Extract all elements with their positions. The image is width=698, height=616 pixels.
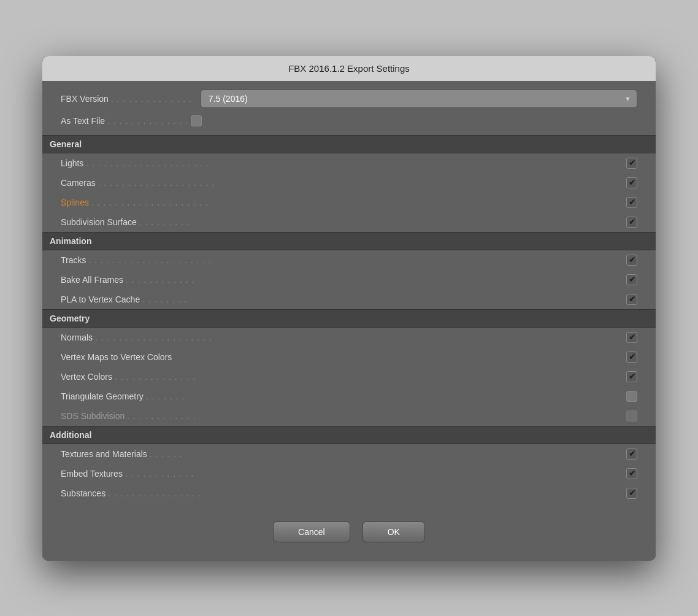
embed-textures-label: Embed Textures xyxy=(61,469,123,479)
vertex-maps-row: Vertex Maps to Vertex Colors xyxy=(42,347,656,367)
lights-checkbox[interactable] xyxy=(626,158,637,169)
lights-dots: . . . . . . . . . . . . . . . . . . . . … xyxy=(86,158,209,168)
subdivision-surface-row: Subdivision Surface . . . . . . . . . xyxy=(42,212,656,232)
pla-vertex-cache-label: PLA to Vertex Cache xyxy=(61,295,140,304)
substances-dots: . . . . . . . . . . . . . . . . xyxy=(108,488,201,498)
section-geometry: Geometry xyxy=(42,309,656,328)
fbx-version-select[interactable]: 7.5 (2016) 7.4 (2014/2015) 7.3 (2013) 7.… xyxy=(201,90,637,108)
vertex-maps-label: Vertex Maps to Vertex Colors xyxy=(61,352,172,362)
splines-dots: . . . . . . . . . . . . . . . . . . . . xyxy=(91,198,209,207)
cameras-checkbox[interactable] xyxy=(626,177,637,188)
textures-materials-label: Textures and Materials xyxy=(61,449,147,459)
subdivision-surface-checkbox[interactable] xyxy=(626,217,637,228)
substances-row: Substances . . . . . . . . . . . . . . .… xyxy=(42,483,656,503)
textures-materials-dots: . . . . . . xyxy=(150,449,183,459)
bake-all-frames-label: Bake All Frames xyxy=(61,275,123,285)
cameras-label: Cameras xyxy=(61,178,96,188)
lights-row: Lights . . . . . . . . . . . . . . . . .… xyxy=(42,153,656,173)
dialog-title: FBX 2016.1.2 Export Settings xyxy=(42,56,656,81)
cameras-dots: . . . . . . . . . . . . . . . . . . . . xyxy=(98,178,215,188)
textures-materials-row: Textures and Materials . . . . . . xyxy=(42,444,656,464)
bake-all-frames-dots: . . . . . . . . . . . . xyxy=(126,275,194,285)
substances-label: Substances xyxy=(61,488,105,498)
normals-dots: . . . . . . . . . . . . . . . . . . . . xyxy=(95,333,212,342)
tracks-checkbox[interactable] xyxy=(626,255,637,266)
vertex-colors-label: Vertex Colors xyxy=(61,372,112,382)
triangulate-geometry-dots: . . . . . . . xyxy=(146,391,185,401)
as-text-file-checkbox[interactable] xyxy=(191,115,202,126)
subdivision-surface-label: Subdivision Surface xyxy=(61,217,137,227)
pla-vertex-cache-dots: . . . . . . . . xyxy=(142,295,187,304)
embed-textures-row: Embed Textures . . . . . . . . . . . . xyxy=(42,464,656,483)
fbx-version-text: FBX Version xyxy=(61,94,109,104)
tracks-row: Tracks . . . . . . . . . . . . . . . . .… xyxy=(42,250,656,270)
subdivision-surface-dots: . . . . . . . . . xyxy=(139,217,190,227)
normals-label: Normals xyxy=(61,333,93,342)
ok-button[interactable]: OK xyxy=(362,522,425,542)
normals-row: Normals . . . . . . . . . . . . . . . . … xyxy=(42,328,656,347)
dialog-content: FBX Version . . . . . . . . . . . . . . … xyxy=(42,81,656,561)
as-text-file-dots: . . . . . . . . . . . . . . xyxy=(107,116,188,126)
vertex-colors-row: Vertex Colors . . . . . . . . . . . . . … xyxy=(42,367,656,387)
splines-checkbox[interactable] xyxy=(626,197,637,208)
bake-all-frames-checkbox[interactable] xyxy=(626,274,637,285)
sds-subdivision-dots: . . . . . . . . . . . . xyxy=(127,411,196,421)
tracks-label: Tracks xyxy=(61,255,86,265)
sds-subdivision-checkbox[interactable] xyxy=(626,410,637,422)
tracks-dots: . . . . . . . . . . . . . . . . . . . . … xyxy=(88,255,211,265)
splines-row: Splines . . . . . . . . . . . . . . . . … xyxy=(42,193,656,212)
pla-vertex-cache-row: PLA to Vertex Cache . . . . . . . . xyxy=(42,290,656,309)
fbx-version-dots: . . . . . . . . . . . . . . xyxy=(111,94,192,104)
sds-subdivision-row: SDS Subdivision . . . . . . . . . . . . xyxy=(42,406,656,426)
section-general: General xyxy=(42,135,656,153)
section-animation: Animation xyxy=(42,232,656,250)
bake-all-frames-row: Bake All Frames . . . . . . . . . . . . xyxy=(42,270,656,290)
embed-textures-checkbox[interactable] xyxy=(626,468,637,479)
triangulate-geometry-row: Triangulate Geometry . . . . . . . xyxy=(42,387,656,406)
vertex-maps-checkbox[interactable] xyxy=(626,352,637,363)
fbx-version-row: FBX Version . . . . . . . . . . . . . . … xyxy=(42,81,656,113)
embed-textures-dots: . . . . . . . . . . . . xyxy=(125,469,194,479)
as-text-file-label: As Text File xyxy=(61,116,105,126)
triangulate-geometry-checkbox[interactable] xyxy=(626,391,637,402)
dialog-footer: Cancel OK xyxy=(42,503,656,561)
fbx-version-label: FBX Version . . . . . . . . . . . . . . xyxy=(61,94,194,104)
vertex-colors-checkbox[interactable] xyxy=(626,371,637,382)
section-additional: Additional xyxy=(42,426,656,444)
normals-checkbox[interactable] xyxy=(626,332,637,343)
sds-subdivision-label: SDS Subdivision xyxy=(61,411,125,421)
substances-checkbox[interactable] xyxy=(626,488,637,499)
as-text-file-row: As Text File . . . . . . . . . . . . . . xyxy=(42,113,656,135)
cameras-row: Cameras . . . . . . . . . . . . . . . . … xyxy=(42,173,656,193)
fbx-version-select-wrapper[interactable]: 7.5 (2016) 7.4 (2014/2015) 7.3 (2013) 7.… xyxy=(201,90,637,108)
triangulate-geometry-label: Triangulate Geometry xyxy=(61,391,144,401)
splines-label: Splines xyxy=(61,198,89,207)
vertex-colors-dots: . . . . . . . . . . . . . . xyxy=(115,372,196,382)
cancel-button[interactable]: Cancel xyxy=(273,522,350,542)
fbx-export-settings-dialog: FBX 2016.1.2 Export Settings FBX Version… xyxy=(42,56,656,561)
lights-label: Lights xyxy=(61,158,83,168)
textures-materials-checkbox[interactable] xyxy=(626,449,637,460)
pla-vertex-cache-checkbox[interactable] xyxy=(626,294,637,305)
